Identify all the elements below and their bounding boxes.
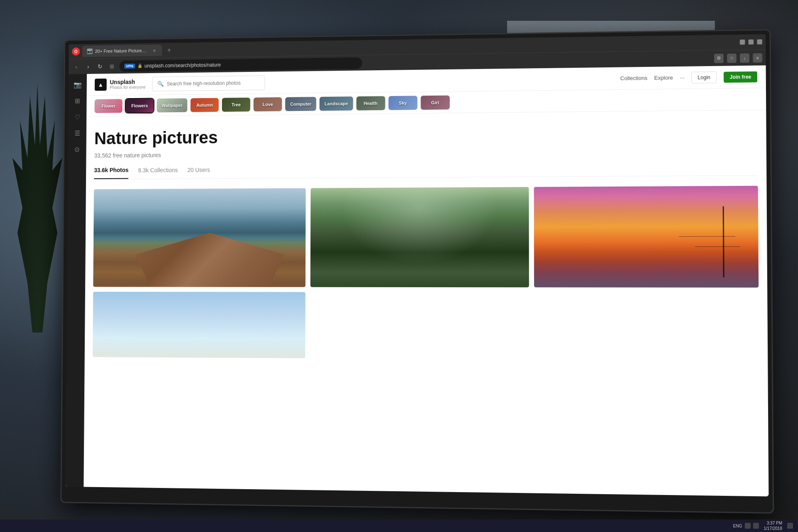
unsplash-logo[interactable]: ▲ Unsplash Photos for everyone xyxy=(95,78,145,91)
sidebar-news-icon[interactable]: ☰ xyxy=(70,126,84,140)
category-girl[interactable]: Girl xyxy=(421,95,450,110)
chip-label-autumn: Autumn xyxy=(196,102,213,107)
browser-tab[interactable]: 📷 20+ Free Nature Pictures &... ✕ xyxy=(82,44,162,57)
website-content: ▲ Unsplash Photos for everyone 🔍 Coll xyxy=(84,65,768,496)
tab-photos[interactable]: 33.6k Photos xyxy=(94,167,128,179)
category-computer[interactable]: Computer xyxy=(285,97,316,111)
grid-view-button[interactable]: ⊞ xyxy=(108,62,116,71)
chip-label-computer: Computer xyxy=(290,101,311,106)
download-icon[interactable]: ↓ xyxy=(740,53,749,63)
chip-label-sky: Sky xyxy=(399,100,406,105)
sidebar-heart-icon[interactable]: ♡ xyxy=(70,110,84,124)
window-minimize[interactable]: ─ xyxy=(740,39,745,44)
join-button[interactable]: Join free xyxy=(724,71,757,82)
back-button[interactable]: ‹ xyxy=(72,62,81,71)
logo-text: Unsplash Photos for everyone xyxy=(110,79,145,90)
sidebar-history-icon[interactable]: ⊙ xyxy=(70,142,84,156)
tab-collections-label: 8.3k Collections xyxy=(138,167,177,173)
date-display: 1/17/2018 xyxy=(764,526,783,531)
category-sky[interactable]: Sky xyxy=(388,96,417,110)
page-subtitle: 33,562 free nature pictures xyxy=(94,147,758,159)
login-button[interactable]: Login xyxy=(691,71,717,83)
volume-icon[interactable] xyxy=(745,523,751,529)
screen-bezel: O 📷 20+ Free Nature Pictures &... ✕ + ─ … xyxy=(65,34,768,496)
new-tab-button[interactable]: + xyxy=(164,45,174,55)
tab-users-label: 20 Users xyxy=(187,167,210,173)
tab-title: 20+ Free Nature Pictures &... xyxy=(95,48,148,54)
monitor-frame: O 📷 20+ Free Nature Pictures &... ✕ + ─ … xyxy=(60,29,774,514)
category-landscape[interactable]: Landscape xyxy=(320,96,353,111)
ssl-lock-icon: 🔒 xyxy=(137,64,142,68)
search-icon: 🔍 xyxy=(157,81,164,87)
url-text: unsplash.com/search/photos/nature xyxy=(144,62,221,69)
photo-item-3[interactable] xyxy=(534,186,759,288)
chip-label-flower: Flower xyxy=(101,103,116,108)
tab-photos-label: 33.6k Photos xyxy=(94,167,128,173)
nav-explore[interactable]: Explore xyxy=(654,74,673,81)
show-desktop-button[interactable] xyxy=(787,523,793,529)
category-wallpaper[interactable]: Wallpaper xyxy=(157,98,187,112)
logo-tagline: Photos for everyone xyxy=(110,85,145,90)
tab-users[interactable]: 20 Users xyxy=(187,166,210,179)
taskbar: ENG 3:37 PM 1/17/2018 xyxy=(0,520,798,532)
url-bar[interactable]: VPN 🔒 unsplash.com/search/photos/nature xyxy=(119,57,362,71)
nav-collections[interactable]: Collections xyxy=(620,75,647,81)
photo-item-2[interactable] xyxy=(310,187,529,287)
tab-favicon: 📷 xyxy=(87,49,92,54)
chip-label-wallpaper: Wallpaper xyxy=(162,103,182,108)
network-icon[interactable] xyxy=(753,523,759,529)
bookmark-icon[interactable]: ☆ xyxy=(727,53,736,63)
header-nav: Collections Explore ··· Login Join free xyxy=(620,71,757,84)
taskbar-clock: 3:37 PM 1/17/2018 xyxy=(764,520,783,531)
category-autumn[interactable]: Autumn xyxy=(190,98,219,112)
menu-icon[interactable]: ≡ xyxy=(753,53,762,62)
chip-label-love: Love xyxy=(263,102,273,107)
search-bar[interactable]: 🔍 xyxy=(152,75,265,91)
category-flowers[interactable]: Flowers xyxy=(126,99,154,113)
unsplash-logo-icon: ▲ xyxy=(95,78,107,91)
chip-label-health: Health xyxy=(364,101,377,106)
category-health[interactable]: Health xyxy=(356,96,385,110)
browser-header-icons: ⚙ ☆ ↓ ≡ xyxy=(714,53,762,63)
tab-close-button[interactable]: ✕ xyxy=(152,47,157,53)
category-love[interactable]: Love xyxy=(254,97,282,111)
time-display: 3:37 PM xyxy=(764,520,783,526)
search-input[interactable] xyxy=(167,80,259,86)
vpn-badge: VPN xyxy=(124,64,135,69)
category-tree[interactable]: Tree xyxy=(222,97,250,111)
photo-item-1[interactable] xyxy=(93,188,306,287)
opera-sidebar: 📷 ⊞ ♡ ☰ ⊙ xyxy=(65,74,87,487)
content-tabs: 33.6k Photos 8.3k Collections 20 Users xyxy=(94,163,758,180)
sidebar-apps-icon[interactable]: ⊞ xyxy=(70,94,85,108)
reload-button[interactable]: ↻ xyxy=(96,62,104,71)
forward-button[interactable]: › xyxy=(84,62,92,71)
window-close[interactable]: ✕ xyxy=(757,39,762,44)
photo-grid xyxy=(93,186,759,361)
photo-item-4[interactable] xyxy=(93,292,305,358)
chip-label-landscape: Landscape xyxy=(325,101,348,106)
window-maximize[interactable]: □ xyxy=(749,39,754,44)
extensions-icon[interactable]: ⚙ xyxy=(714,54,724,63)
main-content: Nature pictures 33,562 free nature pictu… xyxy=(85,110,768,369)
nav-more[interactable]: ··· xyxy=(680,74,685,81)
language-indicator: ENG xyxy=(733,524,742,528)
chip-label-girl: Girl xyxy=(431,100,439,105)
category-flower[interactable]: Flower xyxy=(94,99,122,113)
window-controls: ─ □ ✕ xyxy=(740,39,762,45)
logo-name: Unsplash xyxy=(110,79,145,86)
chip-label-tree: Tree xyxy=(232,102,241,107)
tab-collections[interactable]: 8.3k Collections xyxy=(138,166,178,179)
opera-logo: O xyxy=(72,47,80,56)
screen-content: O 📷 20+ Free Nature Pictures &... ✕ + ─ … xyxy=(65,34,768,496)
taskbar-system-icons: ENG xyxy=(733,523,759,529)
page-title: Nature pictures xyxy=(94,123,758,148)
chip-label-flowers: Flowers xyxy=(131,103,148,108)
sidebar-camera-icon[interactable]: 📷 xyxy=(70,77,85,92)
